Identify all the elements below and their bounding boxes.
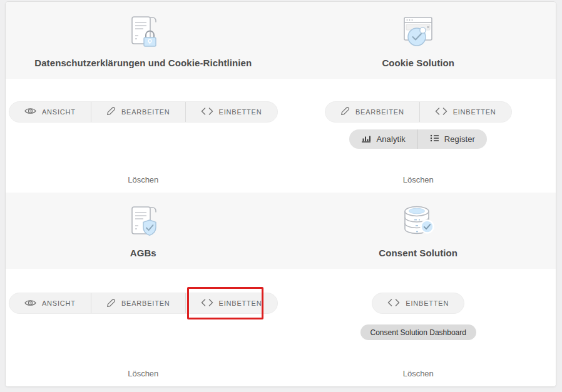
cookie-solution-secondary-group: Analytik Register bbox=[349, 129, 487, 149]
terms-embed-label: EINBETTEN bbox=[219, 299, 262, 307]
terms-delete-link[interactable]: Löschen bbox=[128, 369, 158, 378]
bar-chart-icon bbox=[361, 134, 371, 144]
cookie-solution-edit-button[interactable]: BEARBEITEN bbox=[325, 102, 419, 122]
consent-solution-dashboard-button[interactable]: Consent Solution Dashboard bbox=[360, 324, 476, 340]
header-row-top: Datenschutzerklärungen und Cookie-Richtl… bbox=[6, 2, 556, 79]
cookie-solution-embed-button[interactable]: EINBETTEN bbox=[419, 102, 511, 122]
privacy-embed-button[interactable]: EINBETTEN bbox=[185, 102, 277, 122]
eye-icon bbox=[24, 107, 36, 116]
panel-privacy-header: Datenschutzerklärungen und Cookie-Richtl… bbox=[6, 2, 281, 79]
privacy-delete-link[interactable]: Löschen bbox=[128, 175, 158, 184]
panel-title-cookie-solution: Cookie Solution bbox=[382, 58, 454, 68]
panel-terms-actions: ANSICHT BEARBEITEN bbox=[6, 269, 281, 386]
terms-view-label: ANSICHT bbox=[42, 299, 76, 307]
panel-terms-header: AGBs bbox=[6, 193, 281, 269]
privacy-view-button[interactable]: ANSICHT bbox=[9, 102, 91, 122]
code-icon bbox=[201, 108, 213, 116]
panel-cookie-solution-header: Cookie Solution bbox=[281, 2, 556, 79]
code-icon bbox=[435, 108, 447, 116]
consent-solution-embed-label: EINBETTEN bbox=[406, 299, 449, 307]
privacy-view-label: ANSICHT bbox=[42, 108, 76, 116]
cookie-solution-analytics-label: Analytik bbox=[376, 134, 405, 144]
privacy-action-group: ANSICHT BEARBEITEN bbox=[9, 101, 278, 123]
code-icon bbox=[201, 299, 213, 308]
pencil-icon bbox=[106, 298, 116, 309]
cookie-solution-analytics-button[interactable]: Analytik bbox=[349, 129, 417, 149]
panel-title-privacy: Datenschutzerklärungen und Cookie-Richtl… bbox=[34, 58, 252, 68]
cookie-solution-register-button[interactable]: Register bbox=[417, 129, 487, 149]
eye-icon bbox=[24, 299, 36, 308]
header-row-bottom: AGBs Consent Solution bbox=[6, 193, 556, 269]
browser-cookie-icon bbox=[401, 14, 436, 51]
actions-row-top: ANSICHT BEARBEITEN bbox=[6, 79, 556, 193]
terms-edit-button[interactable]: BEARBEITEN bbox=[91, 293, 185, 313]
list-icon bbox=[430, 134, 439, 144]
cookie-solution-delete-link[interactable]: Löschen bbox=[403, 175, 434, 184]
cookie-solution-action-group: BEARBEITEN EINBETTEN bbox=[325, 101, 512, 123]
privacy-edit-label: BEARBEITEN bbox=[121, 108, 170, 116]
panel-consent-solution-actions: EINBETTEN Consent Solution Dashboard Lös… bbox=[281, 269, 556, 386]
terms-action-group: ANSICHT BEARBEITEN bbox=[9, 293, 278, 314]
cookie-solution-register-label: Register bbox=[444, 134, 475, 144]
document-shield-icon bbox=[126, 204, 161, 241]
privacy-embed-label: EINBETTEN bbox=[219, 108, 262, 116]
terms-view-button[interactable]: ANSICHT bbox=[9, 293, 91, 313]
consent-solution-action-group: EINBETTEN bbox=[372, 293, 464, 314]
panel-cookie-solution-actions: BEARBEITEN EINBETTEN bbox=[281, 79, 556, 193]
panel-consent-solution-header: Consent Solution bbox=[281, 193, 556, 269]
terms-embed-button[interactable]: EINBETTEN bbox=[185, 293, 277, 313]
privacy-edit-button[interactable]: BEARBEITEN bbox=[91, 102, 185, 122]
terms-edit-label: BEARBEITEN bbox=[121, 299, 170, 307]
panel-privacy-actions: ANSICHT BEARBEITEN bbox=[6, 79, 281, 193]
pencil-icon bbox=[340, 106, 350, 117]
panel-title-consent-solution: Consent Solution bbox=[379, 248, 457, 258]
panel-title-terms: AGBs bbox=[130, 248, 156, 258]
consent-solution-embed-button[interactable]: EINBETTEN bbox=[372, 293, 464, 313]
consent-solution-delete-link[interactable]: Löschen bbox=[403, 369, 434, 378]
legal-documents-card: Datenschutzerklärungen und Cookie-Richtl… bbox=[5, 1, 556, 387]
actions-row-bottom: ANSICHT BEARBEITEN bbox=[6, 269, 556, 386]
database-check-icon bbox=[401, 204, 436, 241]
cookie-solution-edit-label: BEARBEITEN bbox=[355, 108, 404, 116]
pencil-icon bbox=[106, 106, 116, 117]
document-lock-icon bbox=[126, 14, 161, 51]
cookie-solution-embed-label: EINBETTEN bbox=[453, 108, 496, 116]
code-icon bbox=[387, 299, 400, 308]
